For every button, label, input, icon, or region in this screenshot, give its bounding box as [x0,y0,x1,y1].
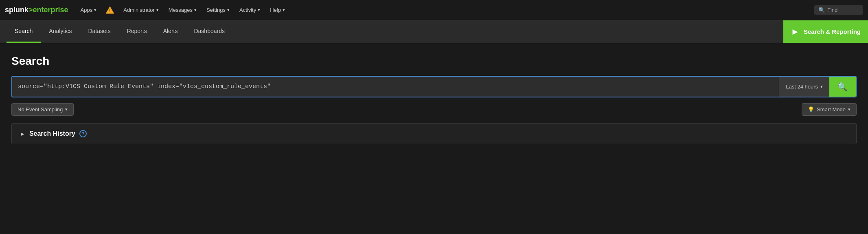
administrator-menu[interactable]: Administrator ▾ [119,4,163,15]
find-search-icon: 🔍 [818,7,825,13]
time-picker[interactable]: Last 24 hours ▾ [779,77,829,97]
activity-caret-icon: ▾ [258,7,260,13]
smart-mode-button[interactable]: 💡 Smart Mode ▾ [802,103,857,116]
smart-mode-label: Smart Mode [817,106,846,113]
search-magnifier-icon: 🔍 [837,82,848,92]
controls-row: No Event Sampling ▾ 💡 Smart Mode ▾ [11,103,857,116]
warning-icon: ! [105,6,114,15]
administrator-caret-icon: ▾ [156,7,159,13]
apps-menu[interactable]: Apps ▾ [77,4,101,15]
time-picker-label: Last 24 hours [786,84,818,90]
smart-mode-caret-icon: ▾ [848,107,850,112]
settings-menu[interactable]: Settings ▾ [202,4,234,15]
app-badge-icon: ► [791,26,800,37]
search-history-header[interactable]: ► Search History ? [20,130,848,137]
tab-datasets[interactable]: Datasets [80,20,118,43]
no-event-sampling-button[interactable]: No Event Sampling ▾ [11,103,74,116]
search-history-title: Search History [29,130,75,137]
tab-analytics[interactable]: Analytics [41,20,80,43]
tab-search[interactable]: Search [7,20,41,43]
messages-label: Messages [169,7,193,13]
no-event-sampling-caret-icon: ▾ [65,107,68,112]
warning-indicator[interactable]: ! [105,6,114,15]
tab-alerts[interactable]: Alerts [155,20,186,43]
help-label: Help [270,7,281,13]
main-content: Search Last 24 hours ▾ 🔍 No Event Sampli… [0,43,868,152]
find-search[interactable]: 🔍 Find [814,5,863,15]
help-menu[interactable]: Help ▾ [266,4,289,15]
help-caret-icon: ▾ [283,7,285,13]
messages-menu[interactable]: Messages ▾ [164,4,201,15]
apps-label: Apps [81,7,93,13]
time-picker-caret-icon: ▾ [820,84,823,89]
no-event-sampling-label: No Event Sampling [18,106,63,113]
logo-splunk: splunk [5,6,28,14]
info-icon[interactable]: ? [79,130,87,137]
search-input[interactable] [12,77,779,97]
app-badge-title: Search & Reporting [804,28,861,35]
bulb-icon: 💡 [808,106,814,113]
activity-menu[interactable]: Activity ▾ [235,4,264,15]
logo[interactable]: splunk>enterprise [5,6,68,14]
settings-caret-icon: ▾ [227,7,230,13]
activity-label: Activity [239,7,256,13]
logo-arrow: > [28,6,33,14]
second-nav: Search Analytics Datasets Reports Alerts… [0,20,868,43]
search-button[interactable]: 🔍 [829,77,856,97]
chevron-right-icon: ► [20,131,25,137]
search-bar: Last 24 hours ▾ 🔍 [11,76,857,97]
svg-text:!: ! [110,8,111,13]
page-title: Search [11,55,857,68]
settings-label: Settings [206,7,226,13]
administrator-label: Administrator [123,7,155,13]
search-history-section: ► Search History ? [11,123,857,144]
tab-dashboards[interactable]: Dashboards [186,20,233,43]
logo-enterprise: enterprise [33,6,68,14]
tab-reports[interactable]: Reports [119,20,155,43]
apps-caret-icon: ▾ [94,7,96,13]
app-badge: ► Search & Reporting [783,20,868,43]
find-label: Find [827,7,837,13]
messages-caret-icon: ▾ [194,7,197,13]
top-nav: splunk>enterprise Apps ▾ ! Administrator… [0,0,868,20]
